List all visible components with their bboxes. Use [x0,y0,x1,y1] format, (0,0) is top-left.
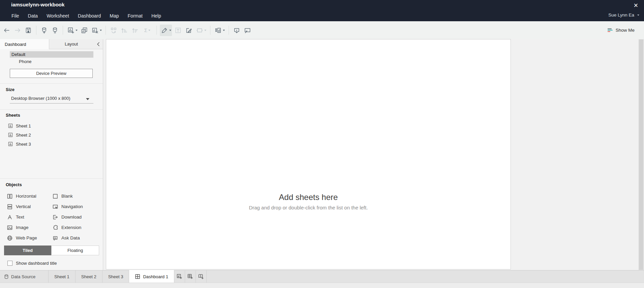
object-web-page[interactable]: Web Page [7,233,52,243]
fit-selector-button[interactable] [213,25,226,36]
show-dashboard-title-checkbox[interactable] [7,261,12,266]
toolbar-divider [106,26,106,35]
duplicate-sheet-button[interactable] [80,25,89,36]
horizontal-layout-icon [7,193,13,199]
sheet-list-item[interactable]: Sheet 2 [8,131,31,139]
scrollbar-thumb[interactable] [639,39,643,270]
pause-auto-updates-button[interactable] [50,25,60,36]
totals-button[interactable]: Σ [141,25,153,36]
tab-dashboard-label: Dashboard [5,42,26,47]
dashboard-grid-icon [135,274,140,279]
show-mark-labels-button[interactable] [173,25,183,36]
show-me-button[interactable]: Show Me [608,28,635,33]
size-heading: Size [6,87,14,92]
device-default-label: Default [11,52,25,57]
show-dashboard-title-row[interactable]: Show dashboard title [7,261,57,266]
web-page-icon [7,235,13,241]
tiled-toggle[interactable]: Tiled [4,246,51,255]
sheet-tab-bar: Data Source Sheet 1 Sheet 2 Sheet 3 Dash… [0,270,644,283]
tab-dashboard[interactable]: Dashboard [0,39,49,49]
size-dropdown[interactable]: Desktop Browser (1000 x 800) [10,96,93,104]
floating-toggle[interactable]: Floating [51,246,99,255]
toolbar: Σ [0,21,644,39]
tab-sheet-3[interactable]: Sheet 3 [102,270,129,283]
tab-sheet-2[interactable]: Sheet 2 [75,270,102,283]
object-vertical[interactable]: Vertical [7,201,52,212]
tab-dashboard-1[interactable]: Dashboard 1 [129,270,174,283]
object-extension[interactable]: Extension [52,222,100,233]
new-data-source-button[interactable] [39,25,49,36]
menu-worksheet[interactable]: Worksheet [42,12,74,20]
fix-axes-icon [185,27,193,34]
menu-format[interactable]: Format [123,12,147,20]
swap-rows-columns-button[interactable] [109,25,118,36]
sheet-icon [8,133,13,137]
section-divider [0,83,103,84]
navigation-icon [52,204,58,210]
object-image[interactable]: Image [7,222,52,233]
object-horizontal[interactable]: Horizontal [7,191,52,201]
close-icon[interactable]: ✕ [632,1,640,10]
device-item-default[interactable]: Default [10,51,93,58]
sheet-item-label: Sheet 3 [16,142,31,147]
sheet-item-label: Sheet 1 [16,123,31,128]
new-story-tab-button[interactable] [196,270,207,283]
publish-button[interactable] [232,25,241,36]
device-preview-button[interactable]: Device Preview [10,69,93,78]
show-mark-labels-icon [174,27,182,34]
clear-sheet-button[interactable] [90,25,103,36]
tab-sheet-1[interactable]: Sheet 1 [48,270,75,283]
titlebar: iamsuelynn-workbook ✕ File Data Workshee… [0,0,644,21]
highlight-icon [161,27,168,34]
collapse-pane-button[interactable] [93,39,103,49]
clear-sheet-icon [91,27,99,34]
new-worksheet-button[interactable] [66,25,78,36]
status-bar [0,283,644,288]
canvas-placeholder: Add sheets here Drag and drop or double-… [106,193,510,210]
object-blank[interactable]: Blank [52,191,100,201]
tab-layout[interactable]: Layout [49,39,93,49]
sheet-icon [8,123,13,128]
device-item-phone[interactable]: Phone [10,58,93,65]
menubar: File Data Worksheet Dashboard Map Format… [7,12,166,20]
user-account-menu[interactable]: Sue Lynn Ea [608,12,639,18]
new-dashboard-tab-button[interactable] [185,270,196,283]
redo-button[interactable] [13,25,22,36]
canvas-title: Add sheets here [106,193,510,202]
menu-dashboard[interactable]: Dashboard [74,12,106,20]
object-text[interactable]: Text [7,212,52,222]
sort-descending-icon [131,27,139,34]
object-label: Ask Data [61,235,80,240]
sort-descending-button[interactable] [130,25,140,36]
menu-help[interactable]: Help [147,12,166,20]
fix-axes-button[interactable] [184,25,194,36]
fit-selector-icon [214,27,222,34]
object-label: Web Page [16,235,37,240]
objects-grid: Horizontal Blank Vertical Navigation [7,191,100,243]
vertical-scrollbar[interactable] [638,39,644,270]
menu-data[interactable]: Data [24,12,42,20]
format-borders-button[interactable] [195,25,207,36]
object-ask-data[interactable]: Ask Data [52,233,100,243]
dashboard-canvas[interactable]: Add sheets here Drag and drop or double-… [106,39,511,269]
sheet-list-item[interactable]: Sheet 3 [8,140,31,148]
new-worksheet-tab-button[interactable] [174,270,185,283]
object-navigation[interactable]: Navigation [52,201,100,212]
highlight-button[interactable] [160,25,172,36]
menu-file[interactable]: File [7,12,24,20]
data-source-tab[interactable]: Data Source [0,270,48,283]
tab-label: Sheet 2 [81,274,96,279]
sheets-heading: Sheets [6,113,20,118]
undo-button[interactable] [2,25,11,36]
new-worksheet-tab-icon [176,273,182,280]
new-dashboard-tab-icon [187,273,193,280]
tab-label: Dashboard 1 [143,274,168,279]
presentation-mode-button[interactable] [243,25,252,36]
sheet-list-item[interactable]: Sheet 1 [8,122,31,130]
sort-ascending-button[interactable] [120,25,129,36]
menu-map[interactable]: Map [105,12,123,20]
section-divider [0,178,103,179]
new-data-source-icon [40,27,48,34]
save-button[interactable] [24,25,33,36]
object-download[interactable]: Download [52,212,100,222]
